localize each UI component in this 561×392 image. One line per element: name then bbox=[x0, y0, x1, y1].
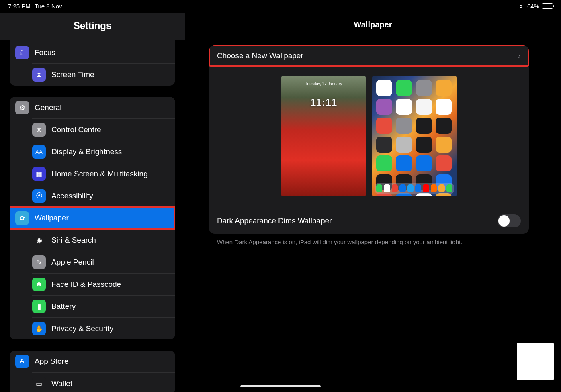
sidebar-icon: ✿ bbox=[15, 211, 29, 225]
app-icon bbox=[436, 118, 452, 134]
footer-note: When Dark Appearance is on, iPad will di… bbox=[217, 239, 521, 245]
sidebar-icon: ☾ bbox=[15, 46, 29, 59]
sidebar-item-label: App Store bbox=[35, 357, 69, 366]
dark-dims-row: Dark Appearance Dims Wallpaper bbox=[209, 208, 529, 234]
sidebar-item-apple-pencil[interactable]: ✎Apple Pencil bbox=[32, 251, 175, 273]
status-time: 7:25 PM bbox=[8, 3, 31, 10]
sidebar-item-label: Control Centre bbox=[51, 125, 101, 134]
dock-app-icon bbox=[431, 184, 437, 192]
dock-preview bbox=[375, 183, 454, 194]
wallpaper-previews: Tuesday, 17 January 11:11 bbox=[209, 66, 529, 208]
dark-dims-toggle[interactable] bbox=[498, 214, 521, 227]
sidebar-item-accessibility[interactable]: ⦿Accessibility bbox=[32, 185, 175, 207]
app-icon bbox=[396, 155, 412, 172]
sidebar-item-label: Focus bbox=[35, 48, 55, 57]
sidebar-item-general[interactable]: ⚙General bbox=[10, 97, 175, 118]
dock-app-icon bbox=[415, 184, 421, 192]
sidebar-icon: ▮ bbox=[32, 300, 46, 313]
sidebar-item-label: Apple Pencil bbox=[51, 258, 94, 267]
sidebar-item-wallet[interactable]: ▭Wallet bbox=[32, 372, 175, 392]
app-icon bbox=[416, 155, 432, 172]
dock-app-icon bbox=[392, 184, 398, 192]
dock-app-icon bbox=[407, 184, 414, 192]
sidebar-item-focus[interactable]: ☾Focus bbox=[10, 42, 175, 63]
dock-app-icon bbox=[384, 184, 390, 192]
sidebar-icon: ▦ bbox=[32, 167, 46, 181]
app-icon bbox=[436, 137, 452, 153]
choose-label: Choose a New Wallpaper bbox=[217, 51, 303, 60]
sidebar-item-control-centre[interactable]: ⊚Control Centre bbox=[32, 118, 175, 141]
battery-percent: 64% bbox=[527, 3, 539, 10]
battery-icon bbox=[542, 3, 553, 9]
settings-sidebar: Settings ☾Focus⧗Screen Time ⚙General⊚Con… bbox=[0, 0, 185, 392]
app-icon bbox=[416, 118, 432, 134]
app-icon bbox=[376, 99, 392, 115]
sidebar-group-1: ☾Focus⧗Screen Time bbox=[10, 40, 175, 86]
sidebar-title: Settings bbox=[0, 13, 185, 40]
app-icon bbox=[396, 137, 412, 153]
dock-app-icon bbox=[376, 184, 382, 192]
sidebar-item-battery[interactable]: ▮Battery bbox=[32, 295, 175, 317]
chevron-right-icon: › bbox=[518, 51, 521, 60]
app-icon bbox=[396, 80, 412, 96]
sidebar-item-label: Battery bbox=[51, 302, 76, 311]
sidebar-icon: ⊚ bbox=[32, 123, 46, 137]
app-icon bbox=[436, 99, 452, 115]
sidebar-icon: AA bbox=[32, 145, 46, 159]
sidebar-item-app-store[interactable]: AApp Store bbox=[10, 351, 175, 372]
sidebar-item-label: Accessibility bbox=[51, 192, 93, 200]
sidebar-group-2: ⚙General⊚Control CentreAADisplay & Brigh… bbox=[10, 97, 175, 339]
main-panel: Wallpaper Choose a New Wallpaper › Tuesd… bbox=[185, 0, 561, 392]
sidebar-item-display-brightness[interactable]: AADisplay & Brightness bbox=[32, 141, 175, 163]
lock-screen-preview[interactable]: Tuesday, 17 January 11:11 bbox=[281, 76, 366, 196]
home-screen-preview[interactable] bbox=[372, 76, 457, 196]
sidebar-icon: ⧗ bbox=[32, 68, 46, 82]
sidebar-item-face-id-passcode[interactable]: ☻Face ID & Passcode bbox=[32, 273, 175, 295]
sidebar-item-wallpaper[interactable]: ✿Wallpaper bbox=[10, 207, 175, 229]
dock-app-icon bbox=[423, 184, 429, 192]
dock-app-icon bbox=[446, 184, 452, 192]
sidebar-icon: A bbox=[15, 355, 29, 368]
app-icon bbox=[396, 118, 412, 134]
sidebar-item-screen-time[interactable]: ⧗Screen Time bbox=[32, 63, 175, 86]
sidebar-item-privacy-security[interactable]: ✋Privacy & Security bbox=[32, 317, 175, 339]
sidebar-item-label: Wallet bbox=[51, 379, 72, 388]
sidebar-icon: ⚙ bbox=[15, 101, 29, 114]
app-icon bbox=[376, 155, 392, 172]
app-icon bbox=[376, 137, 392, 153]
app-icon bbox=[396, 99, 412, 115]
app-icon bbox=[436, 80, 452, 96]
wallpaper-card: Choose a New Wallpaper › Tuesday, 17 Jan… bbox=[209, 45, 529, 234]
sidebar-item-siri-search[interactable]: ◉Siri & Search bbox=[32, 229, 175, 251]
app-icon bbox=[416, 99, 432, 115]
sidebar-icon: ▭ bbox=[32, 377, 46, 390]
sidebar-item-label: Screen Time bbox=[51, 70, 94, 79]
app-icon bbox=[376, 118, 392, 134]
app-icon bbox=[376, 80, 392, 96]
app-icon bbox=[416, 80, 432, 96]
sidebar-icon: ⦿ bbox=[32, 189, 46, 203]
sidebar-item-label: Privacy & Security bbox=[51, 324, 113, 333]
dock-app-icon bbox=[438, 184, 444, 192]
lock-time: 11:11 bbox=[310, 96, 337, 109]
sidebar-item-label: Home Screen & Multitasking bbox=[51, 169, 148, 178]
sidebar-item-label: Wallpaper bbox=[35, 214, 69, 223]
sidebar-group-3: AApp Store▭Wallet bbox=[10, 351, 175, 392]
watermark-box bbox=[517, 343, 554, 380]
app-icon bbox=[436, 155, 452, 172]
sidebar-item-label: Siri & Search bbox=[51, 236, 96, 245]
dock-app-icon bbox=[399, 184, 405, 192]
lock-date: Tuesday, 17 January bbox=[305, 82, 342, 86]
dark-dims-label: Dark Appearance Dims Wallpaper bbox=[217, 216, 332, 225]
sidebar-icon: ◉ bbox=[32, 233, 46, 247]
choose-new-wallpaper-row[interactable]: Choose a New Wallpaper › bbox=[209, 45, 529, 66]
sidebar-icon: ✎ bbox=[32, 255, 46, 269]
home-indicator[interactable] bbox=[240, 385, 321, 387]
status-date: Tue 8 Nov bbox=[35, 3, 62, 10]
app-icon bbox=[416, 137, 432, 153]
sidebar-icon: ✋ bbox=[32, 322, 46, 335]
sidebar-icon: ☻ bbox=[32, 278, 46, 291]
sidebar-item-home-screen-multitasking[interactable]: ▦Home Screen & Multitasking bbox=[32, 163, 175, 185]
sidebar-item-label: Face ID & Passcode bbox=[51, 280, 121, 289]
wifi-icon: ᯤ bbox=[519, 3, 525, 10]
